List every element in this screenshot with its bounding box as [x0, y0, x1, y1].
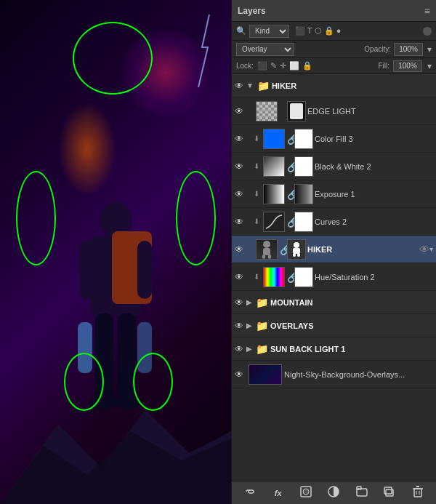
- lock-row: Lock: ⬛ ✎ ✛ ⬜ 🔒 Fill: ▾: [232, 58, 436, 74]
- eye-hue-sat-2[interactable]: 👁: [235, 272, 246, 282]
- mask-edge-light: [287, 101, 306, 121]
- eye-hiker[interactable]: 👁: [235, 244, 246, 255]
- thumb-night-sky: [249, 364, 282, 385]
- thumb-color-fill-3: [263, 129, 285, 149]
- link-hue-sat-2: 🔗: [287, 271, 293, 283]
- arrow-hiker-group[interactable]: ▼: [246, 81, 254, 89]
- svg-rect-25: [357, 487, 361, 489]
- svg-point-22: [303, 489, 309, 495]
- svg-rect-16: [268, 255, 271, 259]
- svg-rect-15: [262, 255, 265, 259]
- eye-overlays-group[interactable]: 👁: [235, 321, 246, 331]
- folder-overlays-group: 📁: [256, 320, 268, 332]
- blend-mode-select[interactable]: Overlay: [236, 43, 294, 56]
- svg-rect-14: [263, 248, 270, 255]
- lock-pixels-icon[interactable]: ✎: [270, 61, 277, 71]
- layer-curves-2[interactable]: 👁 ⬇ 🔗 Curves 2: [232, 208, 436, 236]
- name-overlays-group: OVERLAYS: [270, 321, 433, 330]
- fx-icon[interactable]: fx: [270, 489, 286, 497]
- filter-circle-icon[interactable]: ●: [336, 26, 342, 36]
- new-layer-icon[interactable]: [382, 486, 397, 500]
- layer-color-fill-3[interactable]: 👁 ⬇ 🔗 Color Fill 3: [232, 125, 436, 153]
- blend-row: Overlay Opacity: ▾: [232, 41, 436, 58]
- name-night-sky: Night-Sky-Background-Overlays...: [284, 370, 433, 379]
- lock-label: Lock:: [236, 62, 254, 70]
- arrow-sun-back-group[interactable]: ▶: [246, 345, 252, 353]
- fill-input[interactable]: [393, 60, 422, 72]
- lock-position-icon[interactable]: ✛: [280, 61, 286, 71]
- layer-hiker[interactable]: 👁 🔗: [232, 236, 436, 263]
- eye-bw-2[interactable]: 👁: [235, 161, 246, 172]
- filter-icons: ⬛ T ⬡ 🔒 ●: [295, 26, 341, 36]
- mask-hue-sat-2: [294, 267, 313, 287]
- mask-color-fill-3: [294, 129, 313, 149]
- layer-night-sky[interactable]: 👁 Night-Sky-Background-Overlays...: [232, 361, 436, 388]
- svg-point-13: [263, 241, 270, 248]
- clip-icon-bw: ⬇: [254, 162, 259, 170]
- thumb-edge-light: [256, 101, 278, 121]
- panel-toolbar: fx: [232, 481, 436, 504]
- kind-select[interactable]: Kind: [249, 25, 289, 38]
- panel-menu-icon[interactable]: ≡: [424, 5, 430, 17]
- panel-header: Layers ≡: [232, 0, 436, 22]
- opacity-arrow[interactable]: ▾: [427, 44, 432, 55]
- mountain-svg: [0, 395, 231, 504]
- new-group-icon[interactable]: [354, 486, 370, 500]
- name-exposure-1: Exposure 1: [315, 190, 433, 199]
- hiker-arrow[interactable]: ▾: [429, 245, 433, 253]
- filter-type-icon[interactable]: T: [307, 26, 312, 36]
- layer-overlays-group[interactable]: 👁 ▶ 📁 OVERLAYS: [232, 314, 436, 337]
- lock-artboard-icon[interactable]: ⬜: [289, 61, 299, 71]
- layer-mountain-group[interactable]: 👁 ▶ 📁 MOUNTAIN: [232, 291, 436, 314]
- svg-rect-10: [137, 322, 152, 373]
- link-color-fill-3: 🔗: [287, 133, 293, 145]
- lock-all-icon[interactable]: 🔒: [302, 61, 312, 71]
- mask-hiker: [287, 239, 306, 260]
- lock-transparent-icon[interactable]: ⬛: [257, 61, 267, 71]
- svg-rect-3: [79, 241, 94, 299]
- eye-color-fill-3[interactable]: 👁: [235, 134, 246, 144]
- link-bw-2: 🔗: [287, 161, 293, 172]
- ellipse-right-arm: [176, 171, 216, 265]
- clip-icon-curves: ⬇: [254, 217, 259, 225]
- adjustment-icon[interactable]: [326, 486, 342, 500]
- eye-curves-2[interactable]: 👁: [235, 217, 246, 227]
- filter-shape-icon[interactable]: ⬡: [315, 26, 322, 36]
- filter-toggle[interactable]: [423, 27, 432, 36]
- opacity-input[interactable]: [394, 43, 423, 56]
- svg-rect-28: [414, 489, 421, 497]
- mask-bw-2: [294, 156, 313, 177]
- layer-hiker-group[interactable]: 👁 ▼ 📁 HIKER: [232, 74, 436, 97]
- eye-edge-light[interactable]: 👁: [235, 106, 246, 116]
- svg-rect-18: [293, 248, 300, 254]
- name-hiker-group: HIKER: [272, 81, 433, 90]
- layer-edge-light[interactable]: 👁 EDGE LIGHT: [232, 97, 436, 125]
- layer-hue-sat-2[interactable]: 👁 ⬇ 🔗 Hue/Saturation 2: [232, 263, 436, 291]
- filter-pixel-icon[interactable]: ⬛: [295, 26, 305, 36]
- eye-exposure-1[interactable]: 👁: [235, 189, 246, 199]
- link-hiker: 🔗: [280, 244, 286, 255]
- eye-night-sky[interactable]: 👁: [235, 369, 246, 380]
- link-layers-icon[interactable]: [242, 486, 258, 500]
- svg-rect-4: [137, 241, 152, 299]
- folder-sun-back-group: 📁: [256, 343, 268, 355]
- svg-rect-20: [297, 253, 300, 257]
- photo-area: [0, 0, 231, 504]
- eye-hiker-group[interactable]: 👁: [235, 81, 246, 91]
- clip-icon-exposure: ⬇: [254, 190, 259, 198]
- filter-smart-icon[interactable]: 🔒: [324, 26, 334, 36]
- layer-sun-back-group[interactable]: 👁 ▶ 📁 SUN BACK LIGHT 1: [232, 337, 436, 361]
- layer-exposure-1[interactable]: 👁 ⬇ 🔗 Exposure 1: [232, 180, 436, 208]
- add-mask-icon[interactable]: [298, 486, 314, 500]
- arrow-overlays-group[interactable]: ▶: [246, 321, 252, 329]
- eye-mountain-group[interactable]: 👁: [235, 297, 246, 308]
- layer-bw-2[interactable]: 👁 ⬇ 🔗 Black & White 2: [232, 153, 436, 180]
- lightning: [195, 15, 217, 87]
- folder-hiker-group: 📁: [257, 80, 270, 92]
- link-curves-2: 🔗: [287, 216, 293, 228]
- arrow-mountain-group[interactable]: ▶: [246, 298, 252, 306]
- fill-arrow[interactable]: ▾: [427, 61, 432, 71]
- eye-detail-icon[interactable]: 👁: [419, 244, 429, 255]
- eye-sun-back-group[interactable]: 👁: [235, 344, 246, 354]
- delete-layer-icon[interactable]: [410, 486, 426, 500]
